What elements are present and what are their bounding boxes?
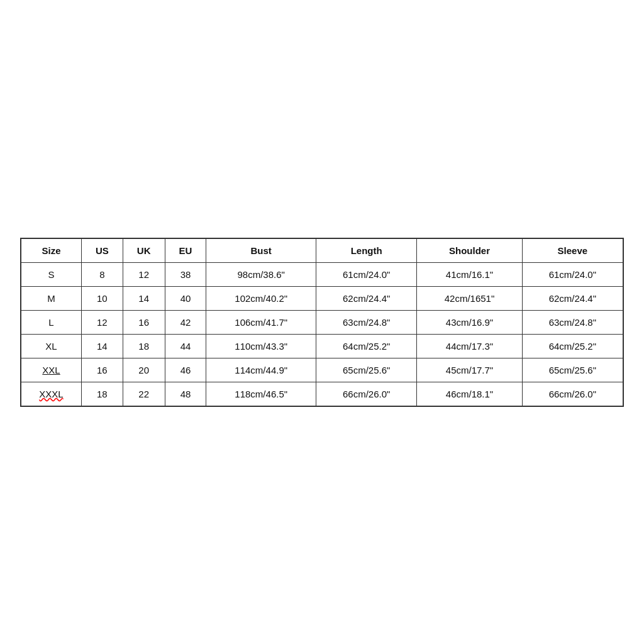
cell-eu-row0: 38	[165, 262, 206, 286]
cell-us-row5: 18	[82, 382, 123, 406]
cell-length-row4: 65cm/25.6"	[316, 358, 417, 382]
cell-shoulder-row5: 46cm/18.1"	[417, 382, 522, 406]
cell-bust-row4: 114cm/44.9"	[206, 358, 316, 382]
header-size: Size	[21, 238, 82, 262]
cell-sleeve-row3: 64cm/25.2"	[522, 334, 623, 358]
table-row: M101440102cm/40.2"62cm/24.4"42cm/1651"62…	[21, 286, 623, 310]
size-chart-table: Size US UK EU Bust Length Shoulder Sleev…	[21, 238, 623, 406]
cell-length-row5: 66cm/26.0"	[316, 382, 417, 406]
cell-us-row3: 14	[82, 334, 123, 358]
cell-sleeve-row5: 66cm/26.0"	[522, 382, 623, 406]
cell-shoulder-row4: 45cm/17.7"	[417, 358, 522, 382]
cell-eu-row5: 48	[165, 382, 206, 406]
cell-shoulder-row0: 41cm/16.1"	[417, 262, 522, 286]
cell-bust-row2: 106cm/41.7"	[206, 310, 316, 334]
table-row: XL141844110cm/43.3"64cm/25.2"44cm/17.3"6…	[21, 334, 623, 358]
cell-us-row4: 16	[82, 358, 123, 382]
cell-us-row0: 8	[82, 262, 123, 286]
header-length: Length	[316, 238, 417, 262]
cell-uk-row3: 18	[123, 334, 165, 358]
size-chart-wrapper: Size US UK EU Bust Length Shoulder Sleev…	[20, 238, 624, 407]
cell-bust-row1: 102cm/40.2"	[206, 286, 316, 310]
table-header-row: Size US UK EU Bust Length Shoulder Sleev…	[21, 238, 623, 262]
cell-sleeve-row4: 65cm/25.6"	[522, 358, 623, 382]
header-shoulder: Shoulder	[417, 238, 522, 262]
cell-uk-row0: 12	[123, 262, 165, 286]
cell-us-row2: 12	[82, 310, 123, 334]
cell-size-row0: S	[21, 262, 82, 286]
cell-length-row0: 61cm/24.0"	[316, 262, 417, 286]
cell-us-row1: 10	[82, 286, 123, 310]
header-eu: EU	[165, 238, 206, 262]
cell-shoulder-row2: 43cm/16.9"	[417, 310, 522, 334]
cell-shoulder-row1: 42cm/1651"	[417, 286, 522, 310]
cell-uk-row1: 14	[123, 286, 165, 310]
cell-size-row2: L	[21, 310, 82, 334]
cell-eu-row3: 44	[165, 334, 206, 358]
table-row: XXL162046114cm/44.9"65cm/25.6"45cm/17.7"…	[21, 358, 623, 382]
header-us: US	[82, 238, 123, 262]
cell-uk-row5: 22	[123, 382, 165, 406]
cell-sleeve-row2: 63cm/24.8"	[522, 310, 623, 334]
cell-bust-row0: 98cm/38.6"	[206, 262, 316, 286]
cell-sleeve-row1: 62cm/24.4"	[522, 286, 623, 310]
cell-eu-row4: 46	[165, 358, 206, 382]
cell-size-row4: XXL	[21, 358, 82, 382]
cell-shoulder-row3: 44cm/17.3"	[417, 334, 522, 358]
table-row: L121642106cm/41.7"63cm/24.8"43cm/16.9"63…	[21, 310, 623, 334]
cell-size-row5: XXXL	[21, 382, 82, 406]
cell-uk-row2: 16	[123, 310, 165, 334]
cell-size-row1: M	[21, 286, 82, 310]
cell-bust-row3: 110cm/43.3"	[206, 334, 316, 358]
cell-length-row1: 62cm/24.4"	[316, 286, 417, 310]
cell-sleeve-row0: 61cm/24.0"	[522, 262, 623, 286]
header-bust: Bust	[206, 238, 316, 262]
cell-uk-row4: 20	[123, 358, 165, 382]
cell-length-row2: 63cm/24.8"	[316, 310, 417, 334]
header-uk: UK	[123, 238, 165, 262]
cell-size-row3: XL	[21, 334, 82, 358]
table-row: S8123898cm/38.6"61cm/24.0"41cm/16.1"61cm…	[21, 262, 623, 286]
cell-bust-row5: 118cm/46.5"	[206, 382, 316, 406]
cell-eu-row2: 42	[165, 310, 206, 334]
cell-length-row3: 64cm/25.2"	[316, 334, 417, 358]
header-sleeve: Sleeve	[522, 238, 623, 262]
cell-eu-row1: 40	[165, 286, 206, 310]
table-row: XXXL182248118cm/46.5"66cm/26.0"46cm/18.1…	[21, 382, 623, 406]
